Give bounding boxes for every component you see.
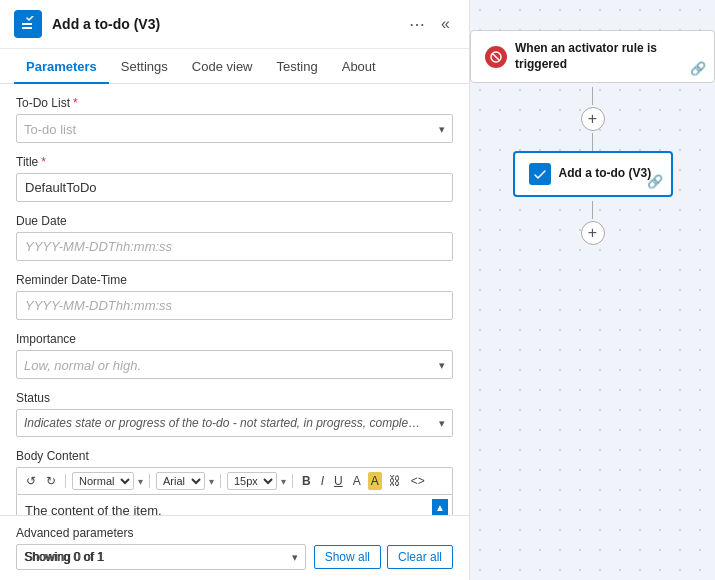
italic-button[interactable]: I: [318, 472, 327, 490]
scroll-arrows: ▲ ▼: [432, 499, 448, 515]
toolbar-sep-3: [220, 474, 221, 488]
size-arrow-icon: ▾: [281, 476, 286, 487]
scroll-up-button[interactable]: ▲: [432, 499, 448, 515]
body-content-section: Body Content ↺ ↻ Normal ▾ Arial ▾ 15px ▾: [16, 449, 453, 515]
advanced-row: Showing 0 of 1 ▾ Showing 0 of 1 Show all…: [16, 544, 453, 570]
format-select[interactable]: Normal: [72, 472, 134, 490]
header-actions: ⋯ «: [404, 13, 455, 36]
toolbar-sep-2: [149, 474, 150, 488]
due-date-group: Due Date: [16, 214, 453, 261]
title-required-mark: *: [41, 155, 46, 169]
title-group: Title *: [16, 155, 453, 202]
status-select[interactable]: Not started In progress Completed Waitin…: [16, 409, 453, 437]
body-content-label: Body Content: [16, 449, 453, 463]
tabs-bar: Parameters Settings Code view Testing Ab…: [0, 49, 469, 84]
redo-button[interactable]: ↻: [43, 472, 59, 490]
toolbar-sep-1: [65, 474, 66, 488]
rich-content-text: The content of the item.: [25, 503, 162, 515]
trigger-icon: [485, 46, 507, 68]
size-select[interactable]: 15px: [227, 472, 277, 490]
importance-group: Importance Low Normal High ▾ Low, normal…: [16, 332, 453, 379]
reminder-datetime-label: Reminder Date-Time: [16, 273, 453, 287]
todo-list-label: To-Do List *: [16, 96, 453, 110]
more-options-button[interactable]: ⋯: [404, 13, 430, 36]
title-label: Title *: [16, 155, 453, 169]
connector-3: [592, 201, 593, 219]
trigger-node-text: When an activator rule is triggered: [515, 41, 700, 72]
toolbar-sep-4: [292, 474, 293, 488]
highlight-button[interactable]: A: [368, 472, 382, 490]
trigger-link-icon: 🔗: [690, 61, 706, 76]
clear-all-button[interactable]: Clear all: [387, 545, 453, 569]
font-color-button[interactable]: A: [350, 472, 364, 490]
due-date-label: Due Date: [16, 214, 453, 228]
tab-about[interactable]: About: [330, 49, 388, 84]
advanced-label: Advanced parameters: [16, 526, 453, 540]
show-all-button[interactable]: Show all: [314, 545, 381, 569]
svg-line-3: [493, 54, 499, 60]
svg-rect-1: [22, 27, 32, 29]
form-body: To-Do List * ▾ To-do list Title * Due Da…: [0, 84, 469, 515]
connector-2: [592, 133, 593, 151]
status-select-wrap: Not started In progress Completed Waitin…: [16, 409, 453, 437]
advanced-btns: Show all Clear all: [314, 545, 453, 569]
left-panel: Add a to-do (V3) ⋯ « Parameters Settings…: [0, 0, 470, 580]
footer-section: Advanced parameters Showing 0 of 1 ▾ Sho…: [0, 515, 469, 580]
add-between-button[interactable]: +: [581, 107, 605, 131]
collapse-button[interactable]: «: [436, 13, 455, 35]
tab-settings[interactable]: Settings: [109, 49, 180, 84]
rich-content-area[interactable]: The content of the item. ▲ ▼: [16, 494, 453, 515]
tab-parameters[interactable]: Parameters: [14, 49, 109, 84]
trigger-node[interactable]: When an activator rule is triggered 🔗: [470, 30, 715, 83]
tab-testing[interactable]: Testing: [265, 49, 330, 84]
importance-select[interactable]: Low Normal High: [16, 350, 453, 379]
title-input[interactable]: [16, 173, 453, 202]
action-node[interactable]: Add a to-do (V3) 🔗: [513, 151, 673, 197]
todo-list-select[interactable]: [16, 114, 453, 143]
svg-rect-0: [22, 23, 32, 25]
connector-1: [592, 87, 593, 105]
font-select[interactable]: Arial: [156, 472, 205, 490]
bold-button[interactable]: B: [299, 472, 314, 490]
importance-label: Importance: [16, 332, 453, 346]
app-icon: [14, 10, 42, 38]
underline-button[interactable]: U: [331, 472, 346, 490]
due-date-input[interactable]: [16, 232, 453, 261]
importance-select-wrap: Low Normal High ▾ Low, normal or high.: [16, 350, 453, 379]
action-node-text: Add a to-do (V3): [559, 166, 652, 182]
header: Add a to-do (V3) ⋯ «: [0, 0, 469, 49]
rich-toolbar: ↺ ↻ Normal ▾ Arial ▾ 15px ▾ B I: [16, 467, 453, 494]
todo-list-group: To-Do List * ▾ To-do list: [16, 96, 453, 143]
add-after-button[interactable]: +: [581, 221, 605, 245]
font-arrow-icon: ▾: [209, 476, 214, 487]
todo-list-select-wrap: ▾ To-do list: [16, 114, 453, 143]
header-title: Add a to-do (V3): [52, 16, 394, 32]
format-arrow-icon: ▾: [138, 476, 143, 487]
undo-button[interactable]: ↺: [23, 472, 39, 490]
right-panel: When an activator rule is triggered 🔗 + …: [470, 0, 715, 580]
reminder-datetime-input[interactable]: [16, 291, 453, 320]
action-icon: [529, 163, 551, 185]
action-link-icon: 🔗: [647, 174, 663, 189]
advanced-select[interactable]: Showing 0 of 1: [16, 544, 306, 570]
status-label: Status: [16, 391, 453, 405]
required-mark: *: [73, 96, 78, 110]
tab-codeview[interactable]: Code view: [180, 49, 265, 84]
advanced-select-wrap: Showing 0 of 1 ▾ Showing 0 of 1: [16, 544, 306, 570]
code-button[interactable]: <>: [408, 472, 428, 490]
reminder-datetime-group: Reminder Date-Time: [16, 273, 453, 320]
status-group: Status Not started In progress Completed…: [16, 391, 453, 437]
link-button[interactable]: ⛓: [386, 472, 404, 490]
